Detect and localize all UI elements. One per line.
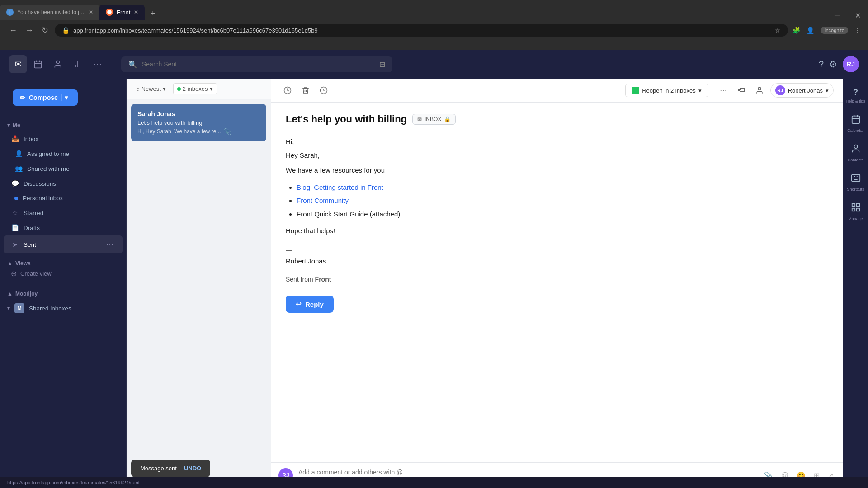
blog-link[interactable]: Blog: Getting started in Front	[297, 183, 383, 191]
bookmark-icon[interactable]: ☆	[775, 27, 781, 34]
assign-button[interactable]	[752, 83, 767, 98]
list-more-button[interactable]: ⋯	[257, 84, 264, 93]
sidebar-item-shared-with-me[interactable]: 👥 Shared with me	[4, 161, 123, 176]
me-header[interactable]: ▾ Me	[0, 119, 126, 131]
email-subject: Let's help you with billing	[286, 113, 407, 125]
right-panel-shortcuts[interactable]: Shortcuts	[844, 169, 868, 195]
inbox-filter-button[interactable]: 2 inboxes ▾	[173, 83, 217, 94]
refresh-button[interactable]: ↻	[40, 23, 50, 37]
url-text: app.frontapp.com/inboxes/teammates/15619…	[73, 27, 771, 34]
shortcuts-panel-icon	[851, 173, 861, 185]
tab-front[interactable]: Front ✕	[99, 5, 145, 20]
moodjoy-header[interactable]: ▲ Moodjoy	[0, 288, 126, 300]
sort-button[interactable]: ↕ Newest ▾	[133, 84, 170, 94]
sidebar-item-sent[interactable]: ➤ Sent ⋯	[4, 235, 123, 253]
back-button[interactable]: ←	[7, 24, 19, 37]
sidebar-item-personal-inbox[interactable]: Personal inbox	[4, 191, 123, 205]
tab-bar: i You have been invited to join Fro * ✕ …	[0, 0, 868, 20]
close-window-button[interactable]: ✕	[855, 11, 861, 20]
views-header[interactable]: ▲ Views	[7, 260, 119, 267]
email-resources-list: Blog: Getting started in Front Front Com…	[297, 182, 828, 220]
sidebar-item-drafts[interactable]: 📄 Drafts	[4, 221, 123, 235]
discussions-icon: 💬	[11, 180, 19, 187]
list-item-1: Front Community	[297, 195, 828, 206]
nav-section-me: ▾ Me 📥 Inbox 👤 Assigned to me 👥 Shared w…	[0, 117, 126, 257]
message-preview-text: Hi, Hey Sarah, We have a few re...	[137, 128, 221, 135]
list-item-2: Front Quick Start Guide (attached)	[297, 208, 828, 220]
calendar-panel-icon	[851, 114, 861, 127]
calendar-icon-btn[interactable]	[29, 55, 47, 73]
reopen-button[interactable]: Reopen in 2 inboxes ▾	[625, 84, 708, 97]
comment-input[interactable]	[298, 469, 757, 476]
sort-label: Newest	[142, 85, 161, 92]
incognito-badge: Incognito	[821, 27, 848, 34]
tab-front-close[interactable]: ✕	[134, 9, 138, 15]
reply-button[interactable]: ↩ Reply	[286, 296, 334, 313]
sidebar-item-starred[interactable]: ☆ Starred	[4, 206, 123, 220]
email-dash: —	[286, 244, 828, 256]
compose-icon-btn[interactable]: ✉	[9, 55, 27, 73]
undo-button[interactable]: UNDO	[184, 465, 201, 472]
search-filter-icon[interactable]: ⊟	[379, 60, 385, 69]
tab-invite-close[interactable]: ✕	[89, 9, 93, 15]
svg-rect-20	[852, 208, 854, 211]
email-body: Hi, Hey Sarah, We have a few resources f…	[286, 136, 828, 285]
assigned-icon: 👤	[14, 150, 23, 157]
history-button[interactable]	[316, 83, 331, 98]
personal-inbox-dot	[14, 197, 18, 200]
contacts-icon-btn[interactable]	[49, 55, 67, 73]
tag-button[interactable]: 🏷	[734, 83, 749, 98]
browser-menu-icon[interactable]: ⋮	[854, 27, 861, 34]
analytics-icon-btn[interactable]	[69, 55, 87, 73]
assignee-name: Robert Jonas	[788, 87, 823, 94]
search-input[interactable]	[142, 61, 375, 68]
right-panel-calendar[interactable]: Calendar	[844, 111, 868, 136]
right-panel-manage[interactable]: Manage	[844, 199, 868, 225]
new-tab-button[interactable]: +	[146, 7, 159, 20]
community-link[interactable]: Front Community	[297, 197, 349, 204]
assignee-tag[interactable]: RJ Robert Jonas ▾	[770, 83, 834, 98]
address-bar[interactable]: 🔒 app.frontapp.com/inboxes/teammates/156…	[55, 24, 788, 37]
help-tips-label: Help & tips	[846, 99, 866, 103]
sidebar-item-discussions[interactable]: 💬 Discussions	[4, 176, 123, 191]
right-panel-contacts[interactable]: Contacts	[844, 140, 868, 166]
assignee-chevron: ▾	[826, 87, 829, 94]
inbox-filter-label: 2 inboxes	[183, 85, 208, 92]
delete-button[interactable]	[298, 83, 313, 98]
message-sender: Sarah Jonas	[137, 110, 260, 117]
svg-point-16	[854, 145, 857, 148]
message-card-0[interactable]: Sarah Jonas Let's help you with billing …	[131, 104, 266, 141]
snooze-button[interactable]	[280, 83, 295, 98]
undo-toast: Message sent UNDO	[131, 460, 210, 477]
tab-invite[interactable]: i You have been invited to join Fro * ✕	[0, 5, 99, 20]
tab-invite-title: You have been invited to join Fro *	[17, 9, 85, 15]
sent-more-options[interactable]: ⋯	[104, 239, 115, 250]
search-bar[interactable]: 🔍 ⊟	[121, 56, 392, 72]
minimize-button[interactable]: ─	[835, 12, 840, 20]
more-options-button[interactable]: ⋯	[716, 83, 731, 98]
assignee-avatar: RJ	[775, 85, 785, 95]
svg-point-11	[758, 87, 761, 90]
profile-icon[interactable]: 👤	[807, 27, 814, 34]
sent-icon: ➤	[11, 241, 19, 248]
shared-inbox-item[interactable]: ▾ M Shared inboxes	[0, 300, 126, 317]
inbox-label: Inbox	[24, 136, 38, 142]
sidebar-item-inbox[interactable]: 📥 Inbox	[4, 131, 123, 146]
settings-icon[interactable]: ⚙	[829, 59, 837, 70]
help-icon[interactable]: ?	[819, 59, 824, 70]
maximize-button[interactable]: □	[845, 12, 849, 20]
more-icon-btn[interactable]: ⋯	[89, 55, 107, 73]
compose-dropdown-icon[interactable]: ▾	[61, 94, 71, 101]
contacts-panel-icon	[851, 144, 861, 156]
right-panel: ? Help & tips Calendar Contacts Shortcu	[843, 79, 868, 488]
drafts-label: Drafts	[24, 225, 40, 231]
right-panel-help[interactable]: ? Help & tips	[844, 84, 868, 107]
sidebar-item-assigned-to-me[interactable]: 👤 Assigned to me	[4, 146, 123, 161]
tab-invite-favicon: i	[6, 9, 14, 16]
forward-button[interactable]: →	[24, 24, 35, 37]
create-view-item[interactable]: ⊕ Create view	[7, 267, 119, 281]
user-avatar[interactable]: RJ	[843, 56, 859, 72]
discussions-label: Discussions	[24, 180, 56, 187]
extensions-icon[interactable]: 🧩	[793, 27, 800, 34]
compose-button[interactable]: ✏ Compose ▾	[13, 89, 78, 106]
